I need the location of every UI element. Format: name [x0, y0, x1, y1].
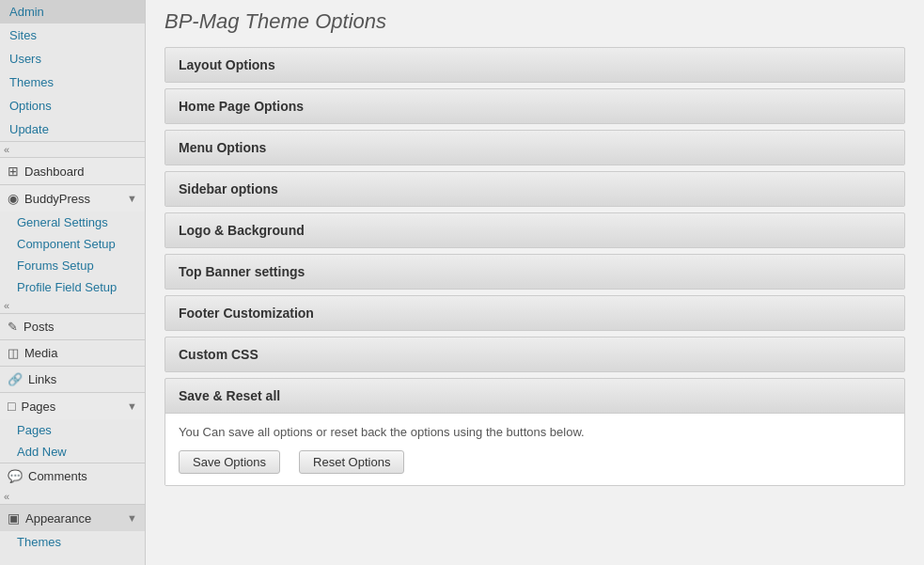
- collapse-arrow-2[interactable]: «: [0, 298, 145, 313]
- accordion-layout-options: Layout Options: [164, 47, 905, 83]
- sidebar-item-profile-field-setup[interactable]: Profile Field Setup: [0, 276, 145, 298]
- media-icon: ◫: [8, 346, 19, 360]
- pages-icon: □: [8, 399, 15, 414]
- sidebar: Admin Sites Users Themes Options Update …: [0, 0, 146, 565]
- sidebar-item-dashboard-label: Dashboard: [24, 165, 85, 179]
- accordion-top-banner-settings: Top Banner settings: [164, 254, 905, 290]
- appearance-arrow-icon: ▼: [127, 512, 137, 524]
- dashboard-icon: ⊞: [8, 164, 19, 179]
- save-reset-buttons: Save Options Reset Options: [179, 450, 891, 474]
- sidebar-item-links[interactable]: 🔗 Links: [0, 366, 145, 392]
- accordion-sidebar-options-header[interactable]: Sidebar options: [165, 172, 904, 206]
- accordion-layout-options-header[interactable]: Layout Options: [165, 48, 904, 82]
- accordion-footer-customization: Footer Customization: [164, 295, 905, 331]
- sidebar-item-update[interactable]: Update: [0, 118, 145, 141]
- sidebar-item-comments[interactable]: 💬 Comments: [0, 463, 145, 489]
- accordion-home-page-options: Home Page Options: [164, 88, 905, 124]
- reset-options-button[interactable]: Reset Options: [299, 450, 404, 474]
- buddypress-arrow-icon: ▼: [127, 193, 137, 204]
- sidebar-item-themes-sub[interactable]: Themes: [0, 531, 145, 553]
- sidebar-item-links-label: Links: [28, 372, 56, 386]
- accordion-menu-options: Menu Options: [164, 130, 905, 165]
- sidebar-item-pages-sub[interactable]: Pages: [0, 419, 145, 441]
- sidebar-item-buddypress[interactable]: ◉ BuddyPress ▼: [0, 184, 145, 212]
- sidebar-item-pages-label: Pages: [21, 400, 55, 414]
- accordion-logo-background-header[interactable]: Logo & Background: [165, 213, 904, 247]
- sidebar-item-comments-label: Comments: [28, 469, 87, 483]
- accordion-home-page-options-header[interactable]: Home Page Options: [165, 89, 904, 123]
- sidebar-item-users[interactable]: Users: [0, 47, 145, 71]
- sidebar-item-add-new[interactable]: Add New: [0, 441, 145, 463]
- sidebar-item-posts-label: Posts: [23, 320, 55, 334]
- main-content: BP-Mag Theme Options Layout Options Home…: [146, 0, 924, 565]
- links-icon: 🔗: [8, 372, 23, 386]
- sidebar-item-buddypress-label: BuddyPress: [24, 192, 90, 206]
- accordion-sidebar-options: Sidebar options: [164, 171, 905, 207]
- sidebar-item-themes[interactable]: Themes: [0, 71, 145, 94]
- sidebar-item-general-settings[interactable]: General Settings: [0, 212, 145, 233]
- sidebar-item-posts[interactable]: ✎ Posts: [0, 313, 145, 339]
- sidebar-item-dashboard[interactable]: ⊞ Dashboard: [0, 157, 145, 184]
- posts-icon: ✎: [8, 320, 18, 334]
- save-reset-description: You Can save all options or reset back t…: [179, 425, 891, 439]
- sidebar-item-media-label: Media: [24, 346, 57, 360]
- accordion-top-banner-settings-header[interactable]: Top Banner settings: [165, 255, 904, 289]
- save-reset-header: Save & Reset all: [165, 379, 904, 413]
- sidebar-item-media[interactable]: ◫ Media: [0, 339, 145, 366]
- accordion-custom-css: Custom CSS: [164, 337, 905, 372]
- accordion-menu-options-header[interactable]: Menu Options: [165, 131, 904, 165]
- save-reset-body: You Can save all options or reset back t…: [165, 413, 904, 485]
- comments-icon: 💬: [8, 469, 23, 483]
- accordion-custom-css-header[interactable]: Custom CSS: [165, 337, 904, 371]
- sidebar-item-admin[interactable]: Admin: [0, 0, 145, 24]
- collapse-arrow-1[interactable]: «: [0, 142, 145, 157]
- sidebar-item-pages[interactable]: □ Pages ▼: [0, 392, 145, 419]
- save-options-button[interactable]: Save Options: [179, 450, 280, 474]
- sidebar-top-section: Admin Sites Users Themes Options Update: [0, 0, 145, 142]
- page-title: BP-Mag Theme Options: [164, 9, 905, 34]
- sidebar-item-appearance-label: Appearance: [25, 511, 91, 526]
- pages-arrow-icon: ▼: [127, 400, 137, 412]
- accordion-footer-customization-header[interactable]: Footer Customization: [165, 296, 904, 330]
- buddypress-icon: ◉: [8, 191, 19, 206]
- sidebar-item-component-setup[interactable]: Component Setup: [0, 233, 145, 255]
- sidebar-item-options[interactable]: Options: [0, 94, 145, 118]
- sidebar-item-appearance[interactable]: ▣ Appearance ▼: [0, 504, 145, 531]
- accordion-logo-background: Logo & Background: [164, 212, 905, 248]
- save-reset-section: Save & Reset all You Can save all option…: [164, 378, 905, 486]
- collapse-arrow-3[interactable]: «: [0, 489, 145, 504]
- sidebar-item-sites[interactable]: Sites: [0, 24, 145, 47]
- appearance-icon: ▣: [8, 510, 20, 526]
- sidebar-item-forums-setup[interactable]: Forums Setup: [0, 255, 145, 276]
